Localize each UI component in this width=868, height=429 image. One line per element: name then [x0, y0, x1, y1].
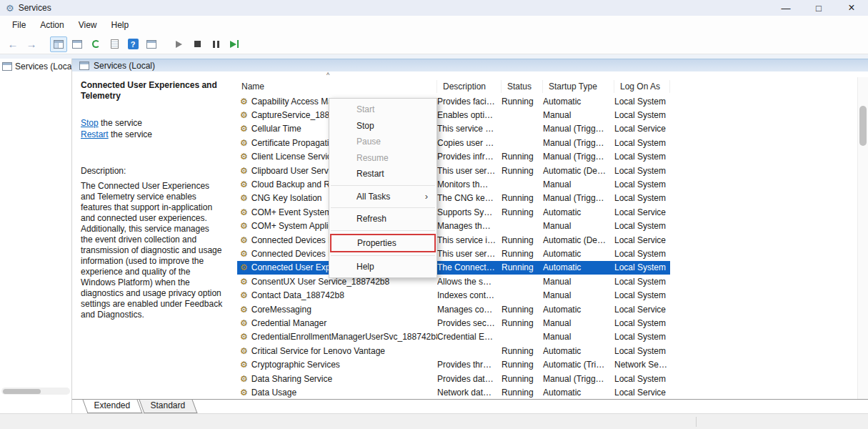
start-service-button[interactable]	[170, 36, 187, 52]
service-row[interactable]: ⚙CaptureService_18874…Enables opti…Manua…	[237, 108, 670, 122]
service-row[interactable]: ⚙Client License Service …Provides infr…R…	[237, 150, 670, 164]
service-row[interactable]: ⚙Data UsageNetwork dat…RunningAutomaticL…	[237, 385, 670, 399]
service-row[interactable]: ⚙Cryptographic ServicesProvides thr…Runn…	[237, 358, 670, 371]
app-icon: ⚙	[6, 4, 14, 13]
service-icon: ⚙	[240, 277, 248, 286]
service-row[interactable]: ⚙COM+ System Applica…Manages th…ManualLo…	[237, 220, 670, 233]
context-menu-item-properties[interactable]: Properties	[330, 234, 436, 252]
service-row[interactable]: ⚙Clipboard User Service…This user ser…Ru…	[237, 164, 670, 177]
service-icon: ⚙	[240, 97, 248, 106]
service-name-text: CoreMessaging	[251, 305, 311, 315]
restart-service-button[interactable]	[226, 36, 243, 52]
service-name-cell: ⚙CredentialEnrollmentManagerUserSvc_1887…	[237, 332, 437, 342]
service-row[interactable]: ⚙Connected Devices Pla…This service i…Ru…	[237, 233, 670, 247]
stop-service-button[interactable]	[189, 36, 206, 52]
maximize-button[interactable]: □	[802, 0, 835, 16]
sort-ascending-icon: ^	[326, 72, 329, 79]
service-name-text: COM+ Event System	[251, 207, 331, 217]
menu-item-label: Stop	[356, 121, 374, 131]
refresh-button[interactable]	[87, 36, 104, 52]
properties-button[interactable]	[69, 36, 86, 52]
service-row[interactable]: ⚙Cellular TimeThis service …Manual (Trig…	[237, 122, 670, 136]
service-row[interactable]: ⚙COM+ Event SystemSupports Sy…RunningAut…	[237, 205, 670, 219]
help-icon: ?	[128, 39, 139, 49]
context-menu-item-stop[interactable]: Stop	[329, 118, 437, 134]
restart-service-icon	[230, 40, 239, 48]
service-name-text: CNG Key Isolation	[251, 193, 322, 203]
menu-separator	[331, 230, 435, 231]
service-status-cell: Running	[502, 346, 543, 356]
show-console-tree-button[interactable]	[50, 36, 67, 52]
service-row[interactable]: ⚙Connected Devices Pla…This user ser…Run…	[237, 247, 670, 260]
scrollbar-thumb[interactable]	[859, 106, 867, 146]
service-row[interactable]: ⚙Critical Service for Lenovo VantageRunn…	[237, 344, 670, 358]
menu-help[interactable]: Help	[105, 18, 136, 32]
column-header-description[interactable]: Description	[437, 80, 502, 93]
service-row[interactable]: ⚙CoreMessagingManages co…RunningAutomati…	[237, 302, 670, 316]
restart-service-link[interactable]: Restart	[81, 129, 109, 139]
scrollbar-thumb[interactable]	[3, 389, 41, 394]
service-row[interactable]: ⚙Certificate Propagatio…Copies user …Man…	[237, 136, 670, 149]
service-description-cell: This service i…	[437, 235, 502, 245]
description-heading: Description:	[81, 166, 223, 176]
pause-service-button[interactable]	[207, 36, 224, 52]
vertical-scrollbar[interactable]	[857, 77, 868, 399]
export-list-button[interactable]	[106, 36, 123, 52]
context-menu-item-refresh[interactable]: Refresh	[329, 211, 437, 227]
service-log-on-as-cell: Local System	[614, 332, 670, 342]
column-header-log-on-as[interactable]: Log On As	[614, 80, 670, 93]
column-header-startup-type[interactable]: Startup Type	[543, 80, 614, 93]
service-icon: ⚙	[240, 263, 248, 272]
service-row[interactable]: ⚙CredentialEnrollmentManagerUserSvc_1887…	[237, 330, 670, 344]
service-status-cell: Running	[502, 388, 543, 398]
service-startup-type-cell: Manual (Trigg…	[543, 138, 614, 148]
minimize-button[interactable]: —	[769, 0, 802, 16]
service-icon: ⚙	[240, 388, 248, 397]
service-row[interactable]: ⚙Credential ManagerProvides sec…RunningM…	[237, 316, 670, 330]
service-description-cell: Supports Sy…	[437, 207, 502, 217]
help-button[interactable]: ?	[124, 36, 141, 52]
selected-service-title: Connected User Experiences and Telemetry	[81, 80, 223, 102]
context-menu-item-restart[interactable]: Restart	[329, 166, 437, 182]
context-menu-item-all-tasks[interactable]: All Tasks›	[329, 189, 437, 205]
menu-file[interactable]: File	[6, 18, 32, 32]
service-log-on-as-cell: Local Service	[614, 305, 670, 315]
close-button[interactable]: ×	[835, 0, 868, 16]
menu-view[interactable]: View	[72, 18, 104, 32]
tree-horizontal-scrollbar[interactable]	[1, 388, 70, 395]
context-menu-item-help[interactable]: Help	[329, 259, 437, 275]
stop-service-suffix: the service	[99, 118, 142, 128]
back-button[interactable]: ←	[4, 36, 21, 52]
tab-standard[interactable]: Standard	[139, 400, 197, 413]
service-row[interactable]: ⚙Cloud Backup and Res…Monitors th…Manual…	[237, 177, 670, 191]
service-row[interactable]: ⚙Contact Data_188742b8Indexes cont…Manua…	[237, 288, 670, 302]
service-row[interactable]: ⚙ConsentUX User Service_188742b8Allows t…	[237, 275, 670, 288]
list-view-button[interactable]	[143, 36, 160, 52]
service-icon: ⚙	[240, 250, 248, 258]
service-row[interactable]: ⚙CNG Key IsolationThe CNG ke…RunningManu…	[237, 192, 670, 205]
window-title: Services	[19, 3, 51, 13]
tab-extended[interactable]: Extended	[83, 400, 143, 413]
service-name-cell: ⚙Credential Manager	[237, 318, 437, 328]
tree-item-services-local[interactable]: Services (Local)	[0, 60, 71, 72]
service-log-on-as-cell: Local System	[614, 193, 670, 203]
service-log-on-as-cell: Local Service	[614, 207, 670, 217]
service-row[interactable]: ⚙Capability Access Man…Provides faci…Run…	[237, 94, 670, 108]
service-startup-type-cell: Manual (Trigg…	[543, 124, 614, 134]
statusbar	[0, 413, 868, 429]
column-header-name[interactable]: Name	[237, 80, 437, 93]
menu-action[interactable]: Action	[34, 18, 70, 32]
description-text: The Connected User Experiences and Telem…	[81, 181, 223, 320]
service-startup-type-cell: Manual (Trigg…	[543, 374, 614, 384]
service-name-cell: ⚙Data Sharing Service	[237, 374, 437, 384]
service-row[interactable]: ⚙Connected User Exper…The Connect…Runnin…	[237, 261, 670, 275]
service-startup-type-cell: Automatic (De…	[543, 235, 614, 245]
tree-item-label: Services (Local)	[15, 61, 71, 72]
column-header-status[interactable]: Status	[502, 80, 543, 93]
service-rows: ⚙Capability Access Man…Provides faci…Run…	[237, 94, 670, 399]
service-row[interactable]: ⚙Data Sharing ServiceProvides dat…Runnin…	[237, 372, 670, 385]
service-startup-type-cell: Manual	[543, 277, 614, 287]
stop-service-link[interactable]: Stop	[81, 118, 99, 128]
service-description-cell: Provides thr…	[437, 360, 502, 370]
forward-button[interactable]: →	[23, 36, 40, 52]
